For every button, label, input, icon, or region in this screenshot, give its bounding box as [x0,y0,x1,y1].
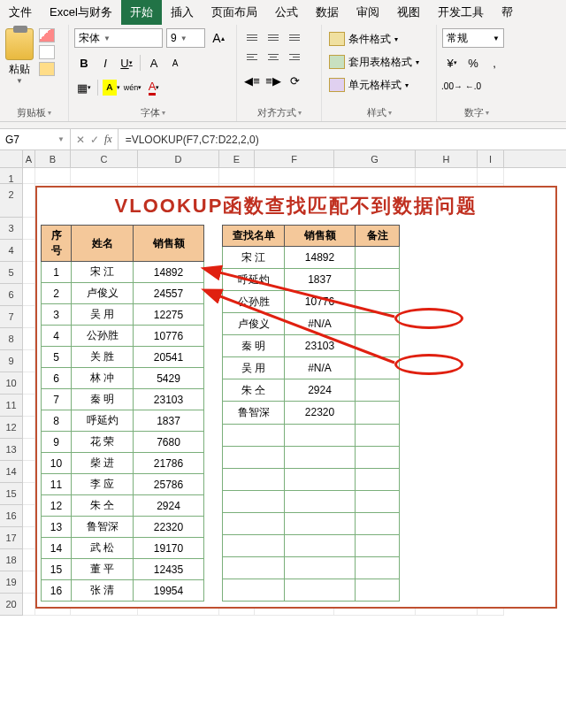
format-painter-icon[interactable] [39,62,55,76]
enter-icon[interactable]: ✓ [90,134,99,146]
name-box[interactable]: G7▼ [0,129,71,149]
underline-button[interactable]: U▾ [117,53,136,73]
row-header[interactable]: 18 [0,549,23,571]
orientation-button[interactable]: ⟳ [285,71,304,90]
row-header[interactable]: 5 [0,262,23,284]
border-button[interactable]: ▦▾ [74,78,94,97]
font-name-combo[interactable]: 宋体▼ [74,28,163,48]
svg-line-1 [216,295,394,363]
align-center-button[interactable] [264,48,283,65]
paste-label: 粘贴 [9,62,30,77]
row-header[interactable]: 4 [0,240,23,262]
comma-button[interactable]: , [485,53,504,73]
font-shrink-button[interactable]: A [165,53,185,73]
ribbon: 粘贴 ▼ 剪贴板 宋体▼ 9▼ A▴ B I U▾ A A [0,25,566,122]
menu-item[interactable]: 开始 [121,0,162,25]
decrease-indent-button[interactable]: ◀≡ [242,71,262,90]
menu-item[interactable]: 帮 [493,0,522,25]
row-header[interactable]: 14 [0,461,23,483]
number-format-combo[interactable]: 常规▼ [442,28,504,48]
align-bottom-button[interactable] [285,28,304,46]
increase-indent-button[interactable]: ≡▶ [264,71,283,90]
clipboard-icon [5,28,34,60]
row-header[interactable]: 16 [0,505,23,527]
row-header[interactable]: 8 [0,328,23,350]
row-header[interactable]: 15 [0,483,23,505]
col-header[interactable]: D [138,150,219,167]
row-header[interactable]: 13 [0,439,23,461]
styles-group-label: 样式 [327,104,431,119]
align-group-label: 对齐方式 [242,104,316,119]
annotation-arrows [23,168,554,616]
cell-style-button[interactable]: 单元格样式▾ [327,74,431,96]
row-header[interactable]: 1 [0,168,23,184]
bold-button[interactable]: B [74,53,94,73]
align-top-button[interactable] [242,28,262,46]
font-group-label: 字体 [74,104,231,119]
row-header[interactable]: 11 [0,395,23,417]
select-all-corner[interactable] [0,150,23,167]
menu-item[interactable]: 开发工具 [429,0,493,25]
row-header[interactable]: 19 [0,571,23,594]
formula-input[interactable]: =VLOOKUP(F7,C7:D22,2,0) [119,129,566,149]
menu-item[interactable]: 视图 [388,0,429,25]
table-format-button[interactable]: 套用表格格式▾ [327,51,431,73]
row-header[interactable]: 6 [0,284,23,306]
clipboard-group-label: 剪贴板 [5,104,63,119]
menu-item[interactable]: 插入 [162,0,203,25]
align-left-button[interactable] [242,48,262,65]
col-header[interactable]: E [219,150,255,167]
row-header[interactable]: 9 [0,350,23,372]
conditional-format-button[interactable]: 条件格式▾ [327,28,431,50]
copy-icon[interactable] [39,45,55,59]
col-header[interactable]: C [71,150,138,167]
menu-item[interactable]: 公式 [266,0,307,25]
row-header[interactable]: 10 [0,372,23,395]
font-grow-button[interactable]: A [144,53,164,73]
font-color-button[interactable]: A▾ [144,78,164,97]
percent-button[interactable]: % [463,53,483,73]
phonetic-button[interactable]: wén▾ [123,78,142,97]
col-header[interactable]: F [255,150,334,167]
row-header[interactable]: 7 [0,306,23,328]
row-header[interactable]: 17 [0,527,23,549]
currency-button[interactable]: ¥▾ [442,53,462,73]
font-size-combo[interactable]: 9▼ [166,28,205,48]
col-header[interactable]: B [35,150,71,167]
italic-button[interactable]: I [96,53,115,73]
align-right-button[interactable] [285,48,304,65]
fill-color-button[interactable]: ᴀ▾ [102,78,121,97]
col-header[interactable]: G [334,150,416,167]
spreadsheet-grid[interactable]: A B C D E F G H I 1234567891011121314151… [0,150,566,616]
col-header[interactable]: A [23,150,35,167]
svg-line-0 [216,272,394,317]
cancel-icon[interactable]: ✕ [76,134,85,146]
row-header[interactable]: 12 [0,417,23,439]
menu-item[interactable]: 页面布局 [203,0,266,25]
number-group-label: 数字 [442,104,511,119]
cut-icon[interactable] [39,28,55,42]
menu-item[interactable]: Excel与财务 [41,0,121,25]
formula-bar: G7▼ ✕ ✓ fx =VLOOKUP(F7,C7:D22,2,0) [0,129,566,150]
align-middle-button[interactable] [264,28,283,46]
menu-item[interactable]: 文件 [0,0,41,25]
col-header[interactable]: I [478,150,504,167]
paste-button[interactable]: 粘贴 ▼ [5,28,34,104]
col-header[interactable]: H [416,150,478,167]
fx-icon[interactable]: fx [104,133,112,146]
increase-font-icon[interactable]: A▴ [209,28,228,48]
menu-item[interactable]: 审阅 [348,0,388,25]
row-header[interactable]: 20 [0,594,23,616]
menu-bar: 文件Excel与财务开始插入页面布局公式数据审阅视图开发工具帮 [0,0,566,25]
row-header[interactable]: 3 [0,218,23,240]
menu-item[interactable]: 数据 [307,0,348,25]
increase-decimal-button[interactable]: .00→ [442,76,462,96]
decrease-decimal-button[interactable]: ←.0 [463,76,483,96]
row-header[interactable]: 2 [0,184,23,218]
